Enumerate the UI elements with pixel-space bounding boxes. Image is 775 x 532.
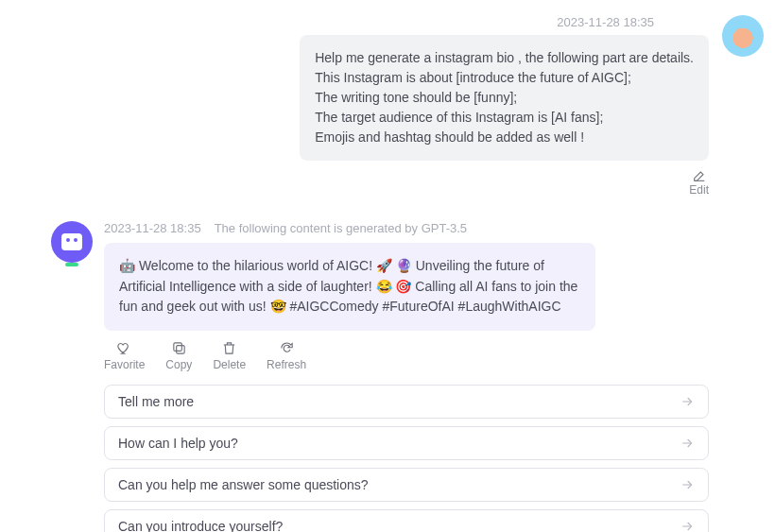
suggestion-label: How can I help you? [118,436,238,451]
edit-button[interactable]: Edit [689,168,709,197]
favorite-button[interactable]: Favorite [104,340,145,371]
suggestion-label: Tell me more [118,394,194,409]
user-avatar [722,15,764,57]
bot-meta: 2023-11-28 18:35 The following content i… [104,221,709,235]
bot-timestamp: 2023-11-28 18:35 [104,221,201,235]
arrow-right-icon [680,394,695,409]
user-message-bubble: Help me generate a instagram bio , the f… [300,35,709,161]
bot-avatar [51,221,93,263]
refresh-icon [279,340,295,356]
copy-icon [171,340,187,356]
suggestion-item[interactable]: How can I help you? [104,426,709,460]
user-timestamp: 2023-11-28 18:35 [557,15,654,29]
message-actions: Favorite Copy Delete Refresh [104,340,709,371]
copy-label: Copy [165,358,192,371]
copy-button[interactable]: Copy [165,340,192,371]
edit-label: Edit [689,183,709,197]
edit-icon [692,168,707,183]
svg-rect-1 [174,343,182,352]
delete-button[interactable]: Delete [213,340,246,371]
refresh-button[interactable]: Refresh [267,340,306,371]
suggestion-list: Tell me more How can I help you? Can you… [104,385,709,532]
user-message-row: 2023-11-28 18:35 Help me generate a inst… [104,15,709,197]
favorite-label: Favorite [104,358,145,371]
chat-container: 2023-11-28 18:35 Help me generate a inst… [0,0,775,532]
arrow-right-icon [680,477,695,492]
suggestion-item[interactable]: Can you help me answer some questions? [104,468,709,502]
suggestion-label: Can you help me answer some questions? [118,477,369,492]
trash-icon [221,340,237,356]
heart-icon [116,340,132,356]
bot-message-row: 2023-11-28 18:35 The following content i… [104,221,709,532]
arrow-right-icon [680,436,695,451]
suggestion-item[interactable]: Tell me more [104,385,709,419]
arrow-right-icon [680,519,695,532]
bot-message-bubble: 🤖 Welcome to the hilarious world of AIGC… [104,243,595,331]
svg-rect-0 [177,346,185,354]
bot-generator-note: The following content is generated by GP… [215,221,467,235]
delete-label: Delete [213,358,246,371]
suggestion-item[interactable]: Can you introduce yourself? [104,509,709,532]
refresh-label: Refresh [267,358,306,371]
suggestion-label: Can you introduce yourself? [118,519,283,532]
